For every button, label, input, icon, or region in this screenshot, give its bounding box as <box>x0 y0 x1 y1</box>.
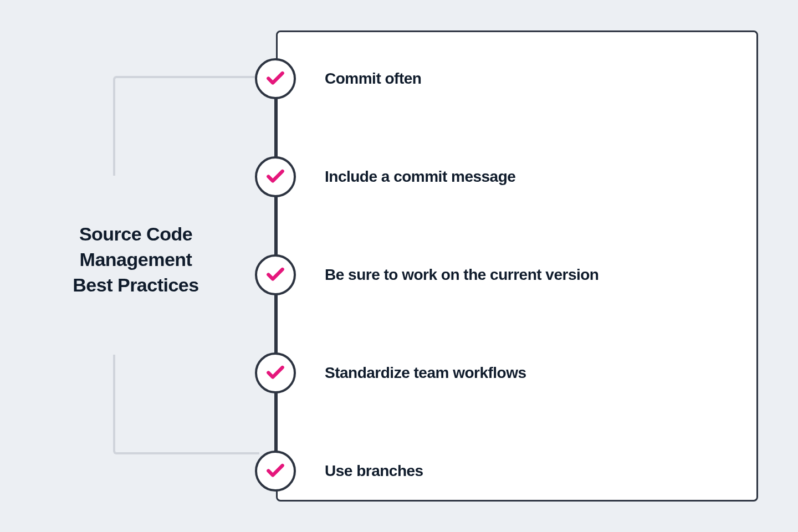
checkmark-icon <box>265 263 286 287</box>
title-line-3: Best Practices <box>50 273 222 298</box>
check-circle <box>255 352 296 393</box>
title-line-2: Management <box>50 247 222 273</box>
connector-line-bottom <box>113 355 259 454</box>
checklist: Commit often Include a commit message <box>255 58 754 532</box>
item-label: Include a commit message <box>325 168 515 186</box>
checkmark-icon <box>265 361 286 385</box>
list-item: Standardize team workflows <box>255 352 754 393</box>
checkmark-icon <box>265 459 286 483</box>
item-label: Standardize team workflows <box>325 364 526 382</box>
check-circle <box>255 156 296 197</box>
checkmark-icon <box>265 165 286 188</box>
list-item: Commit often <box>255 58 754 99</box>
list-item: Include a commit message <box>255 156 754 197</box>
check-circle <box>255 451 296 492</box>
item-label: Be sure to work on the current version <box>325 266 598 284</box>
diagram-title: Source Code Management Best Practices <box>50 222 222 298</box>
check-circle <box>255 254 296 295</box>
list-item: Be sure to work on the current version <box>255 254 754 295</box>
check-circle <box>255 58 296 99</box>
diagram-container: Source Code Management Best Practices Co… <box>0 0 798 532</box>
item-label: Commit often <box>325 70 421 88</box>
connector-line-top <box>113 76 259 176</box>
checkmark-icon <box>265 67 286 90</box>
title-line-1: Source Code <box>50 222 222 247</box>
list-item: Use branches <box>255 451 754 492</box>
item-label: Use branches <box>325 462 423 480</box>
